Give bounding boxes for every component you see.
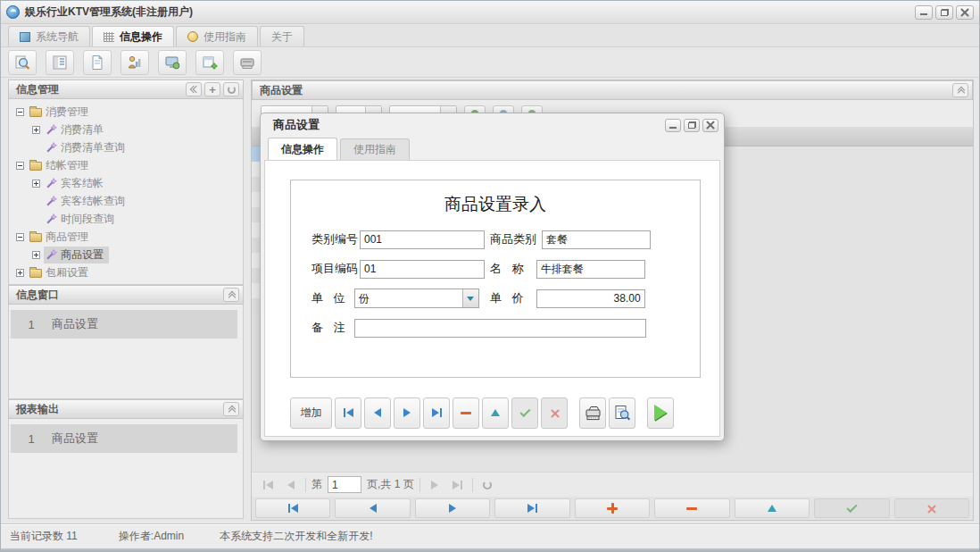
toolbar-search-button[interactable] bbox=[8, 50, 37, 75]
last-record-button[interactable] bbox=[494, 498, 569, 518]
chevron-down-icon bbox=[467, 297, 474, 301]
collapse-expander-icon[interactable] bbox=[16, 108, 24, 116]
last-page-button[interactable] bbox=[449, 476, 467, 494]
expand-expander-icon[interactable] bbox=[32, 126, 40, 134]
app-logo-icon bbox=[6, 5, 20, 19]
dialog-minimize-button[interactable] bbox=[665, 119, 681, 132]
expand-expander-icon[interactable] bbox=[32, 251, 40, 259]
tree-item-consume-mgmt[interactable]: 消费管理 bbox=[12, 103, 243, 121]
prev-page-button[interactable] bbox=[282, 476, 300, 494]
dialog-maximize-button[interactable] bbox=[684, 119, 700, 132]
toolbar-window-add-button[interactable] bbox=[195, 50, 224, 75]
prior-record-button[interactable] bbox=[335, 498, 410, 518]
tree-item-label: 包厢设置 bbox=[46, 265, 88, 280]
minimize-icon bbox=[669, 127, 677, 129]
unit-dropdown-button[interactable] bbox=[462, 289, 478, 307]
tree-item-consume-list[interactable]: 消费清单 bbox=[12, 121, 243, 138]
collapse-expander-icon[interactable] bbox=[16, 162, 24, 170]
first-record-button[interactable] bbox=[335, 397, 361, 429]
prior-icon bbox=[370, 504, 377, 513]
unit-label: 单 位 bbox=[311, 290, 349, 306]
next-page-icon bbox=[431, 481, 438, 489]
minimize-button[interactable] bbox=[915, 5, 933, 20]
post-record-button[interactable] bbox=[814, 498, 889, 518]
dialog-close-button[interactable] bbox=[702, 119, 718, 132]
collapse-up-icon bbox=[228, 406, 236, 414]
print-preview-button[interactable] bbox=[609, 397, 635, 429]
next-page-button[interactable] bbox=[426, 476, 444, 494]
expand-expander-icon[interactable] bbox=[16, 269, 24, 277]
tab-info-operation[interactable]: 信息操作 bbox=[92, 26, 174, 46]
tab-user-guide[interactable]: 使用指南 bbox=[176, 26, 258, 46]
refresh-grid-button[interactable] bbox=[478, 476, 496, 494]
tree-item-room-setting[interactable]: 包厢设置 bbox=[12, 263, 243, 281]
tab-system-nav[interactable]: 系统导航 bbox=[8, 26, 90, 46]
tree-item-product-mgmt[interactable]: 商品管理 bbox=[12, 228, 243, 246]
edit-record-button[interactable] bbox=[482, 397, 509, 429]
refresh-button[interactable] bbox=[223, 82, 239, 96]
collapse-main-panel-button[interactable] bbox=[952, 83, 968, 97]
dialog-body: 商品设置录入 类别编号 商品类别 项目编码 名 称 bbox=[264, 160, 720, 437]
info-window-item[interactable]: 1 商品设置 bbox=[11, 310, 237, 339]
collapse-expander-icon[interactable] bbox=[16, 233, 24, 241]
print-icon bbox=[585, 406, 602, 421]
toolbar-printer-button[interactable] bbox=[233, 50, 262, 75]
item-code-input[interactable] bbox=[360, 260, 485, 279]
remark-label: 备 注 bbox=[311, 320, 349, 336]
tab-about[interactable]: 关于 bbox=[260, 26, 304, 46]
status-message: 本系统支持二次开发和全新开发! bbox=[220, 529, 372, 544]
delete-record-button[interactable] bbox=[654, 498, 729, 518]
cancel-record-button[interactable] bbox=[541, 397, 568, 429]
tree-item-consume-list-query[interactable]: 消费清单查询 bbox=[12, 138, 243, 156]
first-page-icon bbox=[266, 481, 273, 489]
next-record-button[interactable] bbox=[394, 397, 420, 429]
edit-record-button[interactable] bbox=[735, 498, 810, 518]
cancel-icon bbox=[926, 504, 936, 514]
toolbar-document-button[interactable] bbox=[83, 50, 112, 75]
last-record-button[interactable] bbox=[423, 397, 450, 429]
print-button[interactable] bbox=[579, 397, 606, 429]
tree-item-settle-mgmt[interactable]: 结帐管理 bbox=[12, 156, 243, 174]
add-button[interactable]: + bbox=[204, 82, 220, 96]
tree-item-product-setting[interactable]: 商品设置 bbox=[12, 246, 243, 263]
main-panel-title: 商品设置 bbox=[260, 83, 303, 98]
report-output-item[interactable]: 1 商品设置 bbox=[11, 424, 237, 453]
remark-input[interactable] bbox=[354, 319, 646, 338]
next-record-button[interactable] bbox=[415, 498, 490, 518]
refresh-icon bbox=[483, 481, 492, 489]
insert-record-button[interactable] bbox=[575, 498, 650, 518]
execute-button[interactable] bbox=[647, 397, 674, 429]
page-total-label: 页,共 1 页 bbox=[367, 477, 414, 492]
title-bar: 娱乐行业KTV管理系统(非注册用户) bbox=[1, 1, 979, 24]
add-button[interactable]: 增加 bbox=[290, 397, 332, 429]
collapse-panel-button[interactable] bbox=[223, 402, 239, 416]
toolbar-monitor-button[interactable] bbox=[158, 50, 187, 75]
minimize-icon bbox=[920, 13, 927, 15]
tree-item-time-range-query[interactable]: 时间段查询 bbox=[12, 210, 243, 228]
collapse-panel-left-button[interactable] bbox=[186, 82, 202, 96]
category-input[interactable] bbox=[542, 230, 651, 249]
restore-button[interactable] bbox=[935, 5, 953, 20]
item-name-input[interactable] bbox=[536, 260, 645, 279]
delete-record-button[interactable] bbox=[453, 397, 479, 429]
close-button[interactable] bbox=[956, 5, 974, 20]
dialog-tab-info-operation[interactable]: 信息操作 bbox=[268, 138, 337, 160]
toolbar-user-chart-button[interactable] bbox=[120, 50, 149, 75]
collapse-panel-button[interactable] bbox=[223, 288, 239, 302]
category-code-input[interactable] bbox=[360, 230, 485, 249]
expand-expander-icon[interactable] bbox=[32, 180, 40, 188]
unit-select[interactable]: 份 bbox=[354, 289, 479, 308]
page-number-input[interactable] bbox=[328, 476, 361, 493]
prior-record-button[interactable] bbox=[364, 397, 391, 429]
tree-item-guest-settle-query[interactable]: 宾客结帐查询 bbox=[12, 192, 243, 210]
toolbar-form-button[interactable] bbox=[46, 50, 74, 75]
tree-item-guest-settle[interactable]: 宾客结帐 bbox=[12, 174, 243, 192]
print-preview-icon bbox=[614, 405, 631, 421]
first-record-button[interactable] bbox=[255, 498, 330, 518]
dialog-tab-user-guide[interactable]: 使用指南 bbox=[340, 138, 410, 160]
first-page-button[interactable] bbox=[259, 476, 277, 494]
cancel-record-button[interactable] bbox=[894, 498, 969, 518]
post-record-button[interactable] bbox=[511, 397, 538, 429]
price-input[interactable] bbox=[536, 289, 645, 308]
dialog-title-bar[interactable]: 商品设置 bbox=[261, 113, 724, 137]
